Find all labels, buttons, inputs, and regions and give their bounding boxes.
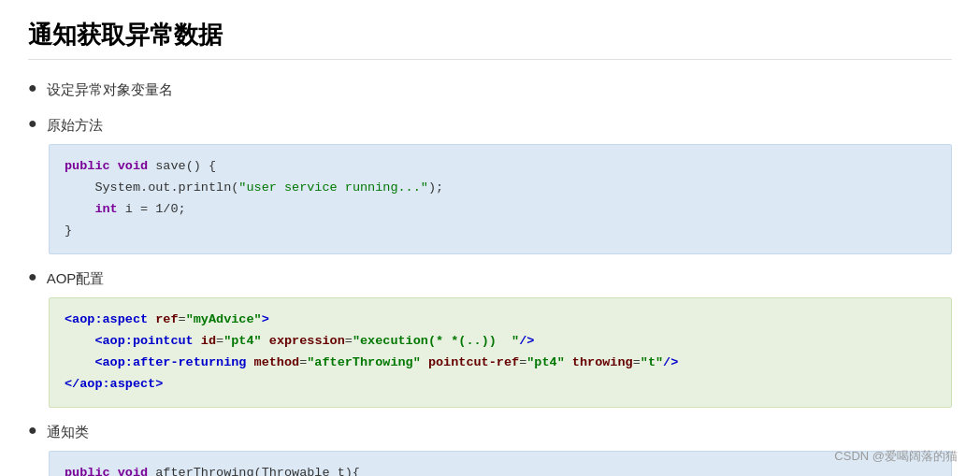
code-line-4: }: [65, 221, 936, 242]
section-2: ● 原始方法 public void save() { System.out.p…: [28, 114, 952, 254]
section-3: ● AOP配置 <aop:aspect ref="myAdvice"> <aop…: [28, 267, 952, 408]
advice-line-1: public void afterThrowing(Throwable t){: [65, 463, 936, 477]
bullet-4: ●: [28, 422, 37, 439]
code-block-original-method: public void save() { System.out.println(…: [49, 144, 952, 254]
aop-line-4: </aop:aspect>: [65, 374, 936, 396]
aop-line-1: <aop:aspect ref="myAdvice">: [65, 310, 936, 331]
section-1: ● 设定异常对象变量名: [28, 79, 952, 101]
section-3-label: AOP配置: [47, 267, 105, 290]
bullet-2: ●: [28, 115, 37, 132]
code-line-3: int i = 1/0;: [65, 199, 936, 221]
section-4-label: 通知类: [47, 421, 89, 443]
section-2-label: 原始方法: [47, 114, 103, 137]
page-title: 通知获取异常数据: [28, 19, 952, 60]
aop-line-3: <aop:after-returning method="afterThrowi…: [65, 353, 936, 374]
bullet-3: ●: [28, 268, 37, 285]
aop-line-2: <aop:pointcut id="pt4" expression="execu…: [65, 331, 936, 353]
section-4: ● 通知类 public void afterThrowing(Throwabl…: [28, 421, 952, 477]
code-block-aop-config: <aop:aspect ref="myAdvice"> <aop:pointcu…: [49, 297, 952, 408]
bullet-1: ●: [28, 79, 37, 96]
code-line-2: System.out.println("user service running…: [65, 178, 936, 199]
code-line-1: public void save() {: [65, 156, 936, 178]
section-1-label: 设定异常对象变量名: [47, 79, 173, 101]
code-block-advice-class: public void afterThrowing(Throwable t){ …: [49, 451, 952, 477]
footer-watermark: CSDN @爱喝阔落的猫: [834, 448, 958, 465]
